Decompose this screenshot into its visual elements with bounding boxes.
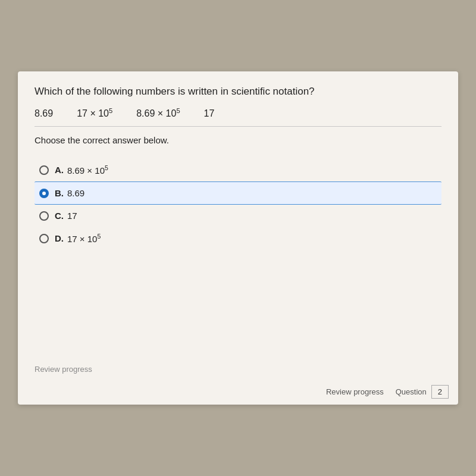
option-a-letter: A. — [55, 165, 64, 175]
option-c-letter: C. — [55, 211, 64, 221]
option-a[interactable]: A. 8.69 × 105 — [35, 158, 441, 181]
options-list: A. 8.69 × 105 B. 8.69 C. 17 D. 17 × 105 — [35, 158, 441, 250]
footer: Review progress Question 2 — [18, 378, 458, 405]
given-number-4: 17 — [204, 108, 215, 119]
question-text: Which of the following numbers is writte… — [35, 86, 441, 98]
given-number-3: 8.69 × 105 — [136, 107, 180, 119]
review-progress-button[interactable]: Review progress — [319, 384, 391, 400]
click-hint: Review progress — [35, 365, 92, 374]
option-a-label: 8.69 × 105 — [67, 164, 108, 176]
question-badge: Question 2 — [391, 385, 449, 399]
given-numbers: 8.69 17 × 105 8.69 × 105 17 — [35, 107, 441, 127]
question-number: 2 — [431, 385, 449, 399]
option-b-label: 8.69 — [67, 188, 84, 198]
radio-c — [39, 211, 49, 221]
instruction-text: Choose the correct answer below. — [35, 135, 441, 145]
option-d[interactable]: D. 17 × 105 — [35, 227, 441, 250]
option-c-label: 17 — [67, 211, 77, 221]
option-d-letter: D. — [55, 233, 64, 243]
option-b-letter: B. — [55, 188, 64, 198]
question-card: Which of the following numbers is writte… — [18, 71, 458, 405]
question-label: Question — [391, 385, 431, 399]
radio-b — [39, 189, 49, 198]
radio-d — [39, 234, 49, 243]
option-b[interactable]: B. 8.69 — [35, 181, 441, 205]
given-number-2: 17 × 105 — [77, 107, 112, 119]
radio-a — [39, 165, 49, 175]
option-c[interactable]: C. 17 — [35, 205, 441, 227]
option-d-label: 17 × 105 — [67, 233, 101, 244]
given-number-1: 8.69 — [35, 108, 53, 119]
